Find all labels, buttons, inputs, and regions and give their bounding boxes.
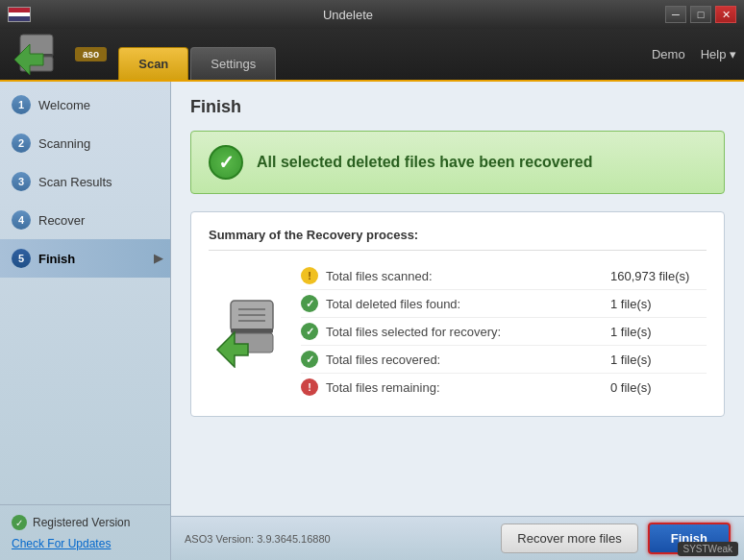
sidebar-item-welcome[interactable]: 1 Welcome — [0, 85, 170, 124]
row-label-recovered: Total files recovered: — [326, 353, 610, 367]
success-icon-selected: ✓ — [301, 323, 318, 340]
sidebar-item-scan-results[interactable]: 3 Scan Results — [0, 162, 170, 201]
summary-icon-area — [209, 262, 285, 401]
step-5-num: 5 — [12, 249, 31, 268]
sidebar-item-scanning[interactable]: 2 Scanning — [0, 124, 170, 162]
demo-link[interactable]: Demo — [652, 47, 685, 61]
row-value-selected: 1 file(s) — [610, 325, 707, 339]
summary-box: Summary of the Recovery process: — [190, 211, 725, 417]
page-title: Finish — [190, 97, 725, 117]
sysinfo-badge: SYSTWeak — [678, 542, 739, 556]
sidebar-label-welcome: Welcome — [38, 98, 90, 112]
maximize-button[interactable]: □ — [690, 6, 711, 23]
summary-title: Summary of the Recovery process: — [209, 228, 707, 251]
step-2-num: 2 — [12, 134, 31, 153]
title-bar: Undelete ─ □ ✕ — [0, 0, 744, 29]
row-total-selected: ✓ Total files selected for recovery: 1 f… — [301, 318, 707, 346]
tab-scan[interactable]: Scan — [118, 47, 188, 80]
success-icon-deleted: ✓ — [301, 295, 318, 312]
main-area: 1 Welcome 2 Scanning 3 Scan Results 4 Re… — [0, 82, 744, 560]
row-total-recovered: ✓ Total files recovered: 1 file(s) — [301, 346, 707, 374]
row-label-selected: Total files selected for recovery: — [326, 325, 610, 339]
version-text: ASO3 Version: 3.9.3645.16880 — [185, 533, 331, 545]
success-banner: ✓ All selected deleted files have been r… — [190, 131, 725, 194]
row-label-remaining: Total files remaining: — [326, 380, 610, 395]
error-icon-remaining: ! — [301, 378, 318, 396]
row-total-deleted: ✓ Total deleted files found: 1 file(s) — [301, 290, 707, 318]
minimize-button[interactable]: ─ — [665, 6, 686, 23]
shredder-recovery-icon — [213, 296, 281, 368]
sidebar: 1 Welcome 2 Scanning 3 Scan Results 4 Re… — [0, 82, 171, 560]
tab-settings[interactable]: Settings — [190, 47, 276, 80]
registered-badge: ✓ Registered Version — [12, 515, 159, 530]
success-icon-recovered: ✓ — [301, 351, 318, 368]
sidebar-label-finish: Finish — [38, 252, 75, 266]
row-total-scanned: ! Total files scanned: 160,973 file(s) — [301, 262, 707, 290]
row-label-deleted: Total deleted files found: — [326, 297, 610, 311]
close-button[interactable]: ✕ — [715, 6, 736, 23]
svg-rect-5 — [231, 329, 273, 333]
content-area: Finish ✓ All selected deleted files have… — [171, 82, 744, 516]
sidebar-label-recover: Recover — [38, 213, 85, 228]
sidebar-item-recover[interactable]: 4 Recover — [0, 201, 170, 239]
success-message: All selected deleted files have been rec… — [257, 154, 593, 171]
success-check-icon: ✓ — [209, 145, 243, 180]
sidebar-item-finish[interactable]: 5 Finish ▶ — [0, 239, 170, 278]
row-value-recovered: 1 file(s) — [610, 353, 707, 367]
summary-content: ! Total files scanned: 160,973 file(s) ✓… — [209, 262, 707, 401]
title-bar-left — [8, 7, 31, 22]
recover-more-button[interactable]: Recover more files — [501, 523, 637, 553]
menu-right: Demo Help ▾ — [652, 47, 736, 61]
aso-badge: aso — [75, 47, 107, 61]
window-controls: ─ □ ✕ — [665, 6, 736, 23]
row-value-remaining: 0 file(s) — [610, 380, 707, 395]
sidebar-bottom: ✓ Registered Version Check For Updates — [0, 504, 170, 560]
sidebar-label-scanning: Scanning — [38, 136, 90, 151]
sidebar-label-scan-results: Scan Results — [38, 175, 112, 189]
summary-rows: ! Total files scanned: 160,973 file(s) ✓… — [301, 262, 707, 401]
flag-icon — [8, 7, 31, 22]
warning-icon: ! — [301, 267, 318, 284]
check-updates-link[interactable]: Check For Updates — [12, 537, 111, 550]
registered-check-icon: ✓ — [12, 515, 27, 530]
sidebar-active-arrow: ▶ — [154, 252, 162, 265]
help-menu[interactable]: Help ▾ — [701, 47, 736, 61]
nav-tabs: Scan Settings — [118, 29, 276, 80]
bottom-bar: ASO3 Version: 3.9.3645.16880 Recover mor… — [171, 516, 744, 560]
menu-bar: aso Scan Settings Demo Help ▾ — [0, 29, 744, 82]
row-value-deleted: 1 file(s) — [610, 297, 707, 311]
step-1-num: 1 — [12, 95, 31, 114]
row-label-scanned: Total files scanned: — [326, 269, 610, 283]
step-4-num: 4 — [12, 210, 31, 230]
row-value-scanned: 160,973 file(s) — [610, 269, 707, 283]
row-total-remaining: ! Total files remaining: 0 file(s) — [301, 374, 707, 401]
registered-label: Registered Version — [33, 516, 130, 529]
step-3-num: 3 — [12, 172, 31, 191]
app-logo — [8, 31, 65, 79]
app-title: Undelete — [31, 8, 665, 22]
